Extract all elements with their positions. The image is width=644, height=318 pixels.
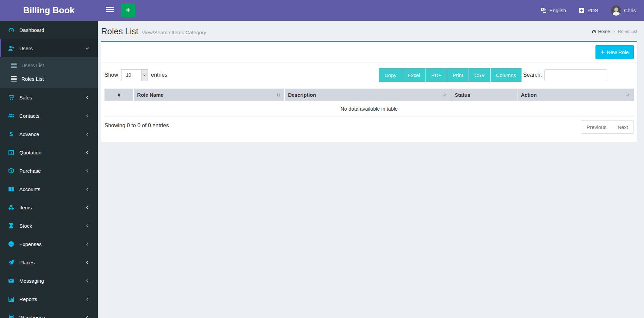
- language-menu[interactable]: English: [541, 7, 566, 13]
- previous-page-button[interactable]: Previous: [581, 120, 612, 134]
- show-label: Show: [105, 72, 118, 78]
- empty-message: No data available in table: [105, 101, 634, 117]
- sidebar-item-items[interactable]: Items: [0, 198, 98, 217]
- user-plus-icon: [8, 45, 15, 51]
- search-input[interactable]: [544, 69, 607, 81]
- paper-plane-icon: [8, 259, 15, 265]
- export-columns-button[interactable]: Columns: [490, 68, 522, 82]
- export-pdf-button[interactable]: PDF: [425, 68, 447, 82]
- column-header-status: Status: [451, 89, 517, 101]
- breadcrumb-home-label: Home: [598, 29, 610, 34]
- cart-icon: [8, 94, 15, 100]
- sidebar: Dashboard Users Users List Roles List Sa…: [0, 21, 98, 318]
- column-header-action[interactable]: Action: [517, 89, 634, 101]
- next-page-button[interactable]: Next: [612, 120, 634, 134]
- sidebar-item-reports[interactable]: Reports: [0, 290, 98, 308]
- pos-button[interactable]: POS: [579, 7, 598, 13]
- entries-summary: Showing 0 to 0 of 0 entries: [105, 123, 169, 129]
- sidebar-item-purchase[interactable]: Purchase: [0, 162, 98, 180]
- sidebar-item-accounts[interactable]: Accounts: [0, 180, 98, 198]
- sidebar-item-warehouse[interactable]: Warehouse: [0, 308, 98, 318]
- quick-add-button[interactable]: [121, 3, 135, 17]
- sidebar-item-places[interactable]: Places: [0, 253, 98, 272]
- people-icon: [8, 113, 15, 119]
- sidebar-item-label: Contacts: [19, 113, 39, 119]
- sidebar-subitem-label: Roles List: [21, 76, 44, 82]
- user-menu[interactable]: Chris: [611, 5, 636, 16]
- grid-icon: [8, 186, 15, 192]
- sidebar-item-dashboard[interactable]: Dashboard: [0, 21, 98, 39]
- language-label: English: [549, 7, 566, 13]
- sidebar-item-expenses[interactable]: Expenses: [0, 235, 98, 253]
- svg-text:$: $: [10, 131, 13, 137]
- sidebar-subitem-users-list[interactable]: Users List: [0, 58, 98, 72]
- calendar-plus-icon: [8, 149, 15, 155]
- export-copy-button[interactable]: Copy: [379, 68, 402, 82]
- sort-icon: [625, 92, 630, 97]
- export-excel-button[interactable]: Excel: [402, 68, 425, 82]
- table-empty-row: No data available in table: [105, 101, 634, 117]
- roles-card: New Role Show 10 entries CopyExcelPDFPri…: [101, 41, 637, 143]
- page-size-select[interactable]: 10: [121, 69, 148, 81]
- dashboard-icon: [592, 29, 596, 34]
- chevron-down-icon: [141, 70, 148, 81]
- page-size-value: 10: [121, 70, 141, 81]
- chevron-left-icon: [85, 315, 90, 318]
- chevron-left-icon: [85, 169, 90, 173]
- sidebar-item-label: Dashboard: [19, 27, 44, 33]
- dollar-icon: $: [8, 131, 15, 137]
- sidebar-item-label: Accounts: [19, 186, 40, 192]
- search-control: Search:: [523, 69, 607, 81]
- card-body: Show 10 entries CopyExcelPDFPrintCSVColu…: [101, 63, 637, 143]
- chevron-down-icon: [85, 46, 90, 51]
- sidebar-item-label: Warehouse: [19, 315, 45, 318]
- sidebar-item-quotation[interactable]: Quotation: [0, 143, 98, 162]
- chevron-left-icon: [85, 187, 90, 191]
- page-subtitle: View/Search Items Category: [142, 30, 206, 35]
- hourglass-icon: [8, 223, 15, 229]
- chevron-left-icon: [85, 132, 90, 136]
- sort-icon: [276, 92, 281, 97]
- sidebar-item-contacts[interactable]: Contacts: [0, 107, 98, 125]
- new-role-button[interactable]: New Role: [595, 45, 634, 59]
- envelope-icon: [8, 278, 15, 284]
- sidebar-submenu: Users List Roles List: [0, 57, 98, 88]
- sidebar-item-users[interactable]: Users: [0, 39, 98, 57]
- chevron-left-icon: [85, 279, 90, 283]
- breadcrumb-home-link[interactable]: Home: [592, 29, 610, 34]
- sidebar-item-sales[interactable]: Sales: [0, 88, 98, 107]
- sidebar-item-label: Reports: [19, 296, 37, 302]
- sidebar-item-messaging[interactable]: Messaging: [0, 272, 98, 290]
- main-content: Roles List View/Search Items Category Ho…: [98, 21, 644, 318]
- navbar: English POS Chris: [98, 0, 644, 21]
- plus-icon: [601, 50, 605, 54]
- column-header-role-name[interactable]: Role Name: [134, 89, 285, 101]
- sidebar-item-label: Items: [19, 205, 32, 210]
- toolbar-right: CopyExcelPDFPrintCSVColumns Search:: [379, 68, 607, 82]
- avatar: [611, 5, 621, 16]
- chevron-left-icon: [85, 150, 90, 155]
- plus-icon: [126, 7, 131, 14]
- datatable-toolbar: Show 10 entries CopyExcelPDFPrintCSVColu…: [105, 68, 634, 82]
- search-label: Search:: [523, 72, 542, 78]
- chevron-left-icon: [85, 224, 90, 228]
- chevron-left-icon: [85, 260, 90, 265]
- sidebar-item-stock[interactable]: Stock: [0, 217, 98, 235]
- table-header-row: # Role Name Description Status Action: [105, 89, 634, 101]
- user-name: Chris: [624, 7, 636, 13]
- sidebar-subitem-label: Users List: [21, 62, 44, 68]
- sidebar-toggle-button[interactable]: [104, 4, 116, 17]
- export-print-button[interactable]: Print: [447, 68, 469, 82]
- column-header-description[interactable]: Description: [284, 89, 451, 101]
- app-logo[interactable]: Billing Book: [0, 0, 98, 21]
- top-navbar: Billing Book English POS Chris: [0, 0, 644, 21]
- sidebar-subitem-roles-list[interactable]: Roles List: [0, 72, 98, 86]
- sidebar-item-label: Purchase: [19, 168, 41, 174]
- dashboard-icon: [8, 27, 15, 33]
- content-header: Roles List View/Search Items Category Ho…: [101, 21, 637, 41]
- sidebar-item-label: Expenses: [19, 241, 42, 247]
- sort-icon: [442, 92, 448, 97]
- sidebar-item-advance[interactable]: $ Advance: [0, 125, 98, 143]
- export-csv-button[interactable]: CSV: [469, 68, 490, 82]
- entries-label: entries: [151, 72, 167, 78]
